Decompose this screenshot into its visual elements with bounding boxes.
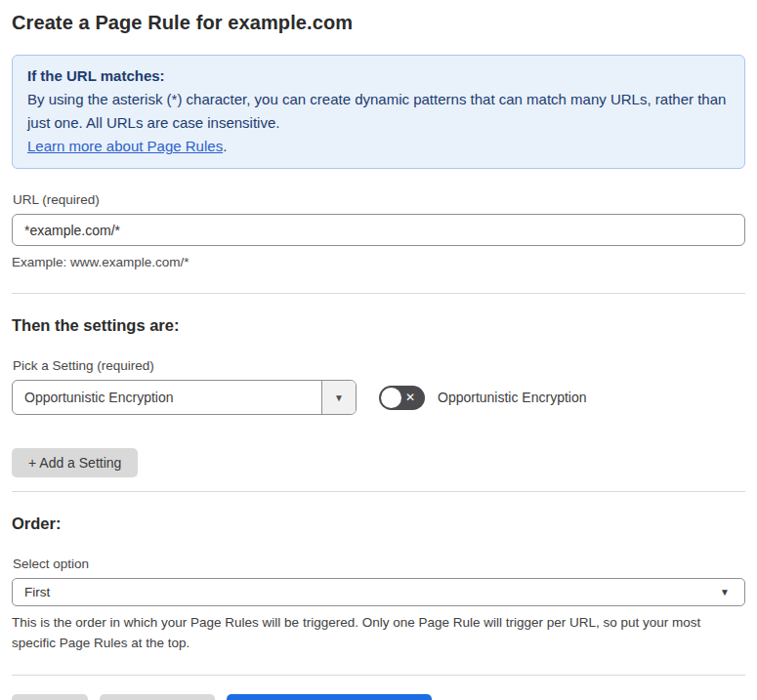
opportunistic-encryption-toggle[interactable]: ✕ bbox=[379, 386, 425, 410]
create-page-rule-form: Create a Page Rule for example.com If th… bbox=[0, 0, 757, 700]
order-heading: Order: bbox=[12, 515, 745, 533]
select-option-label: Select option bbox=[13, 556, 745, 571]
toggle-wrap: ✕ Opportunistic Encryption bbox=[379, 386, 587, 410]
toggle-label: Opportunistic Encryption bbox=[438, 390, 587, 405]
pick-setting-label: Pick a Setting (required) bbox=[13, 358, 745, 373]
divider bbox=[12, 675, 745, 676]
divider bbox=[12, 491, 745, 492]
link-period: . bbox=[223, 138, 227, 154]
toggle-knob bbox=[381, 388, 401, 408]
save-draft-button[interactable]: Save as Draft bbox=[100, 694, 216, 700]
add-setting-button[interactable]: + Add a Setting bbox=[12, 448, 138, 477]
toggle-x-icon: ✕ bbox=[405, 391, 415, 403]
order-select-value: First bbox=[24, 585, 50, 599]
url-input[interactable] bbox=[12, 214, 745, 246]
info-box-link-line: Learn more about Page Rules. bbox=[27, 135, 730, 158]
page-title: Create a Page Rule for example.com bbox=[12, 12, 745, 34]
cancel-button[interactable]: Cancel bbox=[12, 694, 88, 700]
order-helper: This is the order in which your Page Rul… bbox=[12, 612, 745, 653]
setting-select[interactable]: Opportunistic Encryption ▼ bbox=[12, 380, 357, 415]
chevron-down-icon: ▼ bbox=[334, 392, 344, 403]
setting-select-value: Opportunistic Encryption bbox=[13, 381, 321, 414]
divider bbox=[12, 293, 745, 294]
setting-select-arrow-button[interactable]: ▼ bbox=[321, 381, 356, 414]
url-helper: Example: www.example.com/* bbox=[12, 253, 745, 272]
setting-row: Opportunistic Encryption ▼ ✕ Opportunist… bbox=[12, 380, 745, 415]
info-box-body: By using the asterisk (*) character, you… bbox=[27, 88, 730, 135]
chevron-down-icon: ▼ bbox=[720, 587, 730, 597]
save-deploy-button[interactable]: Save and Deploy Page Rule bbox=[227, 694, 432, 700]
footer-actions: Cancel Save as Draft Save and Deploy Pag… bbox=[12, 694, 745, 700]
url-matches-info-box: If the URL matches: By using the asteris… bbox=[12, 55, 745, 169]
info-box-heading: If the URL matches: bbox=[27, 64, 730, 88]
learn-more-link[interactable]: Learn more about Page Rules bbox=[27, 138, 223, 154]
order-select[interactable]: First ▼ bbox=[12, 578, 745, 606]
url-label: URL (required) bbox=[13, 192, 745, 207]
settings-heading: Then the settings are: bbox=[12, 316, 745, 335]
